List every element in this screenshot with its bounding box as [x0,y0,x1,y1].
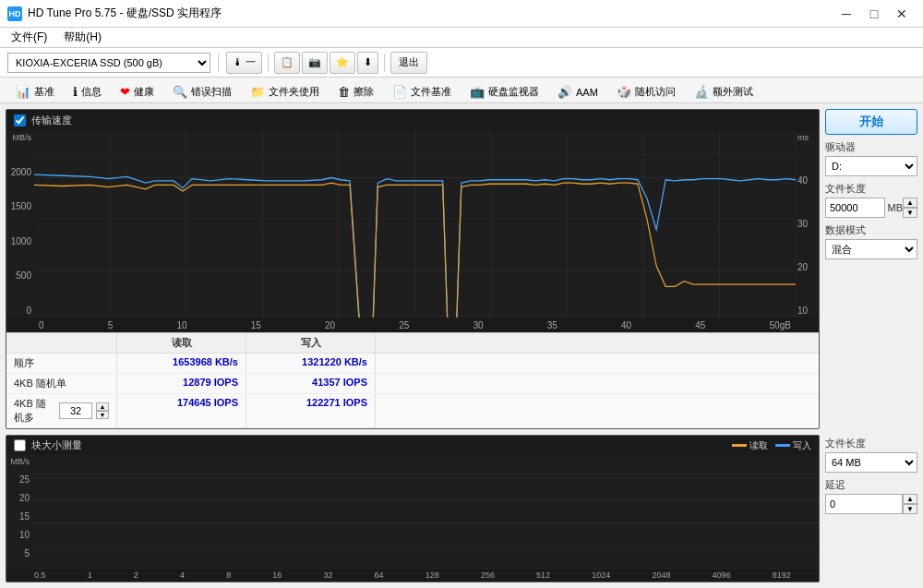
stats-col2-header: 读取 [117,333,246,353]
close-button[interactable]: ✕ [888,5,916,23]
stats-label-sequential: 顺序 [6,354,117,373]
queue-depth-input[interactable] [59,402,92,419]
copy-btn[interactable]: 📋 [274,52,300,74]
tab-health[interactable]: ❤ 健康 [112,80,162,102]
tab-error[interactable]: 🔍 错误扫描 [164,80,240,102]
app-icon: HD [7,6,22,21]
tab-health-label: 健康 [134,85,154,99]
stats-label-4kb-multi: 4KB 随机多 ▲ ▼ [6,394,117,427]
block-y-10: 10 [6,530,32,540]
file-length-spin-down[interactable]: ▼ [903,208,917,218]
tab-aam[interactable]: 🔊 AAM [549,80,606,102]
window-controls: ─ □ ✕ [833,5,916,23]
tab-monitor[interactable]: 📺 硬盘监视器 [462,80,547,102]
queue-spin-down[interactable]: ▼ [96,411,109,419]
stats-read-4kb-single: 12879 IOPS [117,374,246,393]
stats-row-sequential: 顺序 1653968 KB/s 1321220 KB/s [6,354,819,374]
minimize-button[interactable]: ─ [833,5,860,23]
x-10: 10 [176,320,186,330]
bx-0.5: 0.5 [34,570,46,580]
y-label-20: 20 [796,262,819,272]
file-length-input[interactable] [825,198,885,218]
x-25: 25 [399,320,409,330]
stats-label-4kb-multi-text: 4KB 随机多 [14,397,55,425]
bx-256: 256 [481,570,495,580]
stats-col3-header: 写入 [246,333,376,353]
main-content: 传输速度 MB/s 2000 1500 1000 500 0 ms 40 30 [0,103,923,588]
drive-param-select[interactable]: D: C: E: [825,156,917,176]
delay-param-group: 延迟 ▲ ▼ [825,478,917,514]
chart-header: 传输速度 [6,110,819,131]
tab-filebench-icon: 📄 [392,85,407,99]
screenshot-btn[interactable]: 📷 [302,52,328,74]
drive-select[interactable]: KIOXIA-EXCERIA SSD (500 gB) [7,53,210,73]
tab-extra[interactable]: 🔬 额外测试 [686,80,761,102]
block-chart-left: 块大小测量 [14,438,82,452]
legend-read-color [732,444,747,447]
delay-spin-down[interactable]: ▼ [903,504,917,514]
tab-erase-icon: 🗑 [338,85,350,99]
x-30: 30 [473,320,483,330]
temp-btn[interactable]: 🌡 一 [226,52,262,74]
block-chart-legend: 读取 写入 [732,439,811,452]
tab-filebench[interactable]: 📄 文件基准 [384,80,460,102]
menu-file[interactable]: 文件(F) [4,28,54,47]
block-y-unit: MB/s [6,457,32,466]
menu-bar: 文件(F) 帮助(H) [0,28,923,48]
bx-8: 8 [226,570,231,580]
x-40: 40 [621,320,631,330]
tab-erase-label: 擦除 [354,85,374,99]
download-btn[interactable]: ⬇ [357,52,378,74]
top-section: 传输速度 MB/s 2000 1500 1000 500 0 ms 40 30 [6,109,917,429]
queue-spin-up[interactable]: ▲ [96,402,109,411]
bx-1024: 1024 [592,570,610,580]
bx-1: 1 [88,570,92,580]
stats-row-4kb-multi: 4KB 随机多 ▲ ▼ 174645 IOPS 122271 IOPS [6,394,819,428]
y-label-40: 40 [796,175,819,186]
maximize-button[interactable]: □ [860,5,888,23]
tab-erase[interactable]: 🗑 擦除 [330,80,382,102]
transfer-chart-panel: 传输速度 MB/s 2000 1500 1000 500 0 ms 40 30 [6,109,820,429]
block-y-25: 25 [6,474,32,485]
bottom-file-length-select[interactable]: 64 MB 128 MB 256 MB [825,452,917,473]
file-length-label: 文件长度 [825,182,917,196]
start-button[interactable]: 开始 [825,109,917,135]
block-chart-title: 块大小测量 [31,438,82,452]
tab-monitor-icon: 📺 [470,85,485,99]
data-mode-param-group: 数据模式 混合 随机 全0 [825,223,917,259]
menu-help[interactable]: 帮助(H) [56,28,109,47]
tab-info[interactable]: ℹ 信息 [65,80,110,102]
legend-read: 读取 [732,439,768,452]
data-mode-select[interactable]: 混合 随机 全0 [825,239,917,259]
tab-info-icon: ℹ [73,85,78,99]
delay-spin: ▲ ▼ [903,494,917,514]
block-chart-checkbox[interactable] [14,439,26,451]
star-btn[interactable]: ⭐ [330,52,355,74]
tab-folder[interactable]: 📁 文件夹使用 [242,80,328,102]
delay-spin-up[interactable]: ▲ [903,494,917,504]
file-length-unit: MB [888,202,904,213]
tab-random[interactable]: 🎲 随机访问 [608,80,684,102]
stats-col1-header [6,333,117,353]
tab-info-label: 信息 [81,85,102,99]
toolbar-sep-3 [384,54,385,72]
delay-input[interactable] [825,494,903,514]
bx-512: 512 [536,570,550,580]
file-length-spin-up[interactable]: ▲ [903,198,917,208]
window-title: HD Tune Pro 5.75 - 硬盘/SSD 实用程序 [28,6,222,21]
block-chart-header: 块大小测量 读取 写入 [6,436,819,455]
queue-spin-btns: ▲ ▼ [96,402,109,419]
bx-32: 32 [323,570,332,580]
transfer-chart-area: MB/s 2000 1500 1000 500 0 ms 40 30 20 10 [6,131,819,318]
bottom-file-length-label: 文件长度 [825,437,917,450]
tab-benchmark[interactable]: 📊 基准 [7,80,63,102]
x-5: 5 [108,320,114,330]
exit-button[interactable]: 退出 [390,52,427,74]
y-label-1000: 1000 [6,236,34,246]
transfer-checkbox[interactable] [14,114,26,126]
tab-aam-label: AAM [576,87,598,98]
x-35: 35 [547,320,557,330]
delay-label: 延迟 [825,478,917,492]
tab-monitor-label: 硬盘监视器 [488,85,539,99]
bx-4096: 4096 [713,570,731,580]
